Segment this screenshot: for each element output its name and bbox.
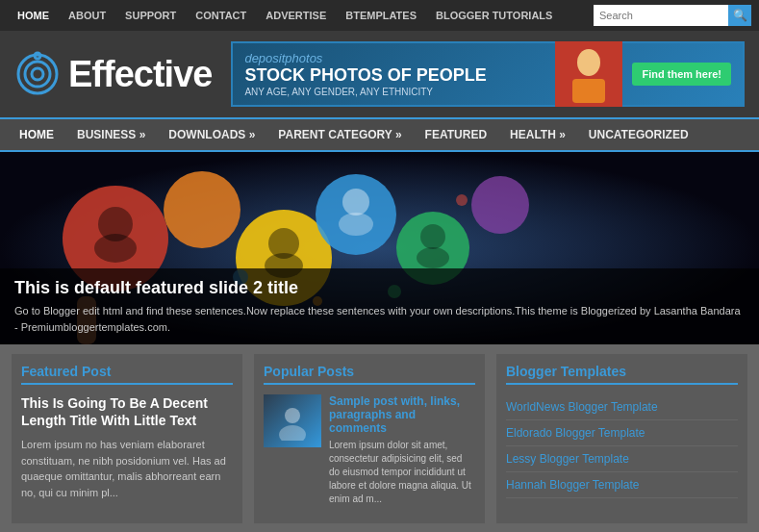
ad-headline: STOCK PHOTOS OF PEOPLE	[244, 65, 486, 87]
svg-point-2	[32, 68, 43, 80]
svg-point-9	[94, 234, 137, 263]
top-navigation: HOME ABOUT SUPPORT CONTACT ADVERTISE BTE…	[0, 0, 759, 31]
svg-point-27	[279, 425, 306, 441]
hero-description: Go to Blogger edit html and find these s…	[14, 303, 745, 335]
top-nav-advertise[interactable]: ADVERTISE	[256, 0, 336, 31]
cat-nav-business[interactable]: BUSINESS »	[65, 117, 157, 152]
svg-point-10	[164, 171, 240, 248]
ad-person-icon	[565, 45, 613, 103]
top-nav-blogger-tutorials[interactable]: BLOGGER TUTORIALS	[426, 0, 562, 31]
cat-nav-home[interactable]: HOME	[8, 117, 65, 152]
hero-section: This is default featured slide 2 title G…	[0, 152, 759, 344]
header-ad-banner[interactable]: depositphotos STOCK PHOTOS OF PEOPLE ANY…	[231, 41, 745, 107]
featured-post-section: Featured Post This Is Going To Be A Dece…	[12, 354, 242, 523]
popular-post-info: Sample post with, links, paragraphs and …	[329, 394, 475, 506]
svg-point-19	[417, 247, 449, 268]
hero-title: This is default featured slide 2 title	[14, 278, 745, 298]
svg-point-1	[25, 62, 50, 87]
ad-subtext: ANY AGE, ANY GENDER, ANY ETHNICITY	[244, 87, 486, 97]
cat-nav-parent-category[interactable]: PARENT CATEGORY »	[266, 117, 413, 152]
featured-post-text: Lorem ipsum no has veniam elaboraret con…	[21, 437, 233, 500]
search-input[interactable]	[594, 5, 728, 26]
ad-image	[555, 41, 622, 107]
svg-point-4	[577, 49, 600, 76]
svg-point-16	[339, 213, 373, 236]
svg-point-18	[420, 224, 445, 249]
popular-post-title[interactable]: Sample post with, links, paragraphs and …	[329, 394, 475, 435]
top-nav-about[interactable]: ABOUT	[59, 0, 115, 31]
category-navigation: HOME BUSINESS » DOWNLOADS » PARENT CATEG…	[0, 117, 759, 152]
popular-post-item: Sample post with, links, paragraphs and …	[264, 394, 475, 506]
template-item-3[interactable]: Lessy Blogger Template	[506, 446, 738, 472]
template-item-4[interactable]: Hannah Blogger Template	[506, 472, 738, 498]
ad-cta-button[interactable]: Find them here!	[632, 63, 731, 86]
featured-section-title: Featured Post	[21, 364, 233, 385]
search-box: 🔍	[594, 5, 751, 26]
svg-rect-5	[572, 79, 605, 103]
ad-logo: depositphotos	[244, 51, 486, 65]
site-title: Effective	[68, 54, 212, 95]
cat-nav-featured[interactable]: FEATURED	[414, 117, 498, 152]
top-nav-links: HOME ABOUT SUPPORT CONTACT ADVERTISE BTE…	[8, 0, 594, 31]
svg-point-26	[285, 408, 300, 423]
hero-text-overlay: This is default featured slide 2 title G…	[0, 268, 759, 344]
logo-icon	[14, 51, 61, 97]
template-item-2[interactable]: Eldorado Blogger Template	[506, 420, 738, 446]
svg-point-20	[471, 176, 529, 234]
popular-posts-section: Popular Posts Sample post with, links, p…	[254, 354, 485, 523]
cat-nav-uncategorized[interactable]: UNCATEGORIZED	[577, 117, 700, 152]
popular-post-thumbnail	[264, 394, 321, 447]
svg-point-24	[456, 194, 468, 206]
top-nav-btemplates[interactable]: BTEMPLATES	[336, 0, 426, 31]
template-item-1[interactable]: WorldNews Blogger Template	[506, 394, 738, 420]
main-content: Featured Post This Is Going To Be A Dece…	[0, 344, 759, 532]
svg-point-15	[342, 189, 369, 215]
ad-content: depositphotos STOCK PHOTOS OF PEOPLE ANY…	[244, 51, 486, 97]
top-nav-contact[interactable]: CONTACT	[186, 0, 256, 31]
top-nav-support[interactable]: SUPPORT	[115, 0, 186, 31]
thumbnail-icon	[273, 402, 312, 441]
top-nav-home[interactable]: HOME	[8, 0, 59, 31]
search-button[interactable]: 🔍	[728, 5, 751, 26]
cat-nav-downloads[interactable]: DOWNLOADS »	[157, 117, 266, 152]
logo-area: Effective	[14, 51, 212, 97]
popular-post-text: Lorem ipsum dolor sit amet, consectetur …	[329, 439, 475, 506]
site-header: Effective depositphotos STOCK PHOTOS OF …	[0, 31, 759, 117]
popular-section-title: Popular Posts	[264, 364, 475, 385]
blogger-templates-section: Blogger Templates WorldNews Blogger Temp…	[496, 354, 747, 523]
cat-nav-health[interactable]: HEALTH »	[498, 117, 577, 152]
templates-section-title: Blogger Templates	[506, 364, 738, 385]
featured-post-title[interactable]: This Is Going To Be A Decent Length Titl…	[21, 394, 233, 429]
